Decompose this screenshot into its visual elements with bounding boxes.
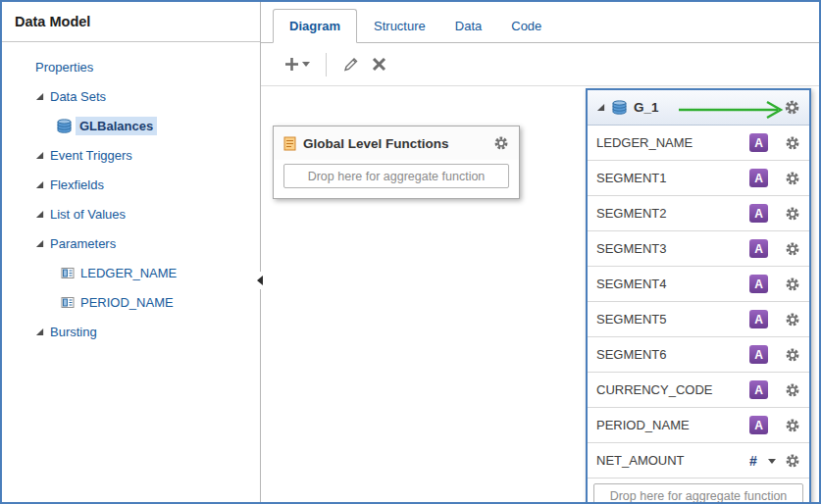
gear-icon[interactable] [784,99,800,116]
text-type-icon: A [749,310,768,328]
text-type-icon: A [749,204,768,223]
collapse-triangle-icon[interactable] [596,103,605,112]
sidebar-item-label: Event Triggers [50,148,132,163]
parameter-icon [61,267,75,279]
expand-triangle-icon[interactable] [35,328,44,336]
sidebar-item-list-of-values[interactable]: List of Values [2,199,260,228]
gear-icon[interactable] [493,135,509,151]
global-level-functions-box: Global Level Functions Drop here for agg… [273,126,520,199]
text-type-icon: A [749,275,768,293]
function-doc-icon [283,136,296,151]
sidebar-item-label: Properties [35,60,93,75]
field-name: SEGMENT2 [596,206,749,221]
g1-aggregate-drop-zone[interactable]: Drop here for aggregate function [593,483,803,502]
gear-icon[interactable] [785,171,800,186]
field-name: SEGMENT1 [596,171,749,185]
gear-icon[interactable] [785,135,800,151]
splitter-collapse-handle[interactable] [255,272,265,289]
sidebar-item-properties[interactable]: Properties [2,52,260,81]
diagram-canvas: Global Level Functions Drop here for agg… [261,86,819,502]
field-row-currency-code[interactable]: CURRENCY_CODE A [588,373,809,408]
tab-data[interactable]: Data [442,10,494,42]
data-model-editor-window: Data Model Properties Data Sets GLBalanc… [0,0,821,504]
delete-x-icon [372,57,386,72]
gear-icon[interactable] [785,382,800,398]
g1-header: G_1 [588,90,809,126]
tab-code[interactable]: Code [498,10,554,42]
number-type-icon: # [744,451,762,470]
pencil-icon [342,56,359,73]
field-row-segment4[interactable]: SEGMENT4 A [588,267,809,302]
global-level-functions-title: Global Level Functions [303,136,487,151]
text-type-icon: A [749,239,768,258]
field-name: SEGMENT6 [596,347,749,362]
field-row-segment1[interactable]: SEGMENT1 A [588,161,809,196]
field-name: SEGMENT3 [596,241,749,256]
sidebar-item-label: PERIOD_NAME [80,295,174,310]
text-type-icon: A [749,133,768,152]
sidebar-item-ledger-name[interactable]: LEDGER_NAME [2,258,260,287]
sidebar-item-label: GLBalances [76,117,157,135]
expand-triangle-icon[interactable] [35,239,44,248]
edit-dataset-button[interactable] [342,56,359,73]
delete-dataset-button[interactable] [372,57,386,72]
sidebar-item-event-triggers[interactable]: Event Triggers [2,140,260,170]
field-name: NET_AMOUNT [596,453,744,468]
field-row-net-amount[interactable]: NET_AMOUNT # [588,443,809,479]
global-aggregate-drop-zone[interactable]: Drop here for aggregate function [283,164,509,188]
add-dataset-button[interactable] [284,57,310,72]
sidebar-item-bursting[interactable]: Bursting [2,317,260,346]
expand-triangle-icon[interactable] [35,92,44,101]
sidebar-item-label: Parameters [50,236,116,251]
sidebar-item-label: Bursting [50,325,97,339]
tab-bar: Diagram Structure Data Code [261,2,819,43]
sidebar-item-label: Flexfields [50,177,104,192]
tab-diagram[interactable]: Diagram [273,9,357,43]
aggregate-dropdown-icon[interactable] [768,459,776,464]
gear-icon[interactable] [785,453,800,469]
field-name: SEGMENT4 [596,277,749,291]
g1-title: G_1 [634,100,777,115]
sidebar-item-label: Data Sets [50,89,106,104]
gear-icon[interactable] [785,206,800,222]
plus-icon [284,57,299,72]
dataset-cylinder-icon [612,100,627,115]
expand-triangle-icon[interactable] [35,151,44,160]
text-type-icon: A [749,169,768,187]
field-row-segment2[interactable]: SEGMENT2 A [588,196,809,231]
data-model-tree: Properties Data Sets GLBalances Event Tr… [2,42,260,346]
sidebar-item-label: List of Values [50,207,126,222]
field-name: LEDGER_NAME [596,135,749,150]
gear-icon[interactable] [785,241,800,257]
page-title: Data Model [2,2,260,42]
text-type-icon: A [749,380,768,399]
tab-structure[interactable]: Structure [361,10,438,42]
field-row-segment3[interactable]: SEGMENT3 A [588,231,809,267]
gear-icon[interactable] [785,312,800,328]
gear-icon[interactable] [785,277,800,292]
gear-icon[interactable] [785,347,800,363]
text-type-icon: A [749,416,768,434]
g1-dataset-panel: G_1 LEDGER_NAME A SEGMENT1 A SEGMENT2 A [586,88,811,502]
chevron-down-icon [302,62,310,67]
field-name: PERIOD_NAME [596,418,749,432]
field-row-period-name[interactable]: PERIOD_NAME A [588,408,809,443]
sidebar-item-flexfields[interactable]: Flexfields [2,170,260,199]
dataset-cylinder-icon [57,119,72,133]
sidebar-item-data-sets[interactable]: Data Sets [2,81,260,111]
expand-triangle-icon[interactable] [35,180,44,189]
gear-icon[interactable] [785,418,800,433]
sidebar-item-period-name[interactable]: PERIOD_NAME [2,287,260,317]
sidebar: Data Model Properties Data Sets GLBalanc… [2,2,261,502]
expand-triangle-icon[interactable] [35,210,44,219]
field-row-segment6[interactable]: SEGMENT6 A [588,337,809,373]
text-type-icon: A [749,345,768,364]
global-level-functions-header: Global Level Functions [274,126,519,160]
sidebar-item-parameters[interactable]: Parameters [2,228,260,258]
field-row-ledger-name[interactable]: LEDGER_NAME A [588,126,809,161]
parameter-icon [61,296,75,309]
diagram-toolbar [261,43,819,86]
field-name: SEGMENT5 [596,312,749,327]
field-row-segment5[interactable]: SEGMENT5 A [588,302,809,337]
sidebar-item-glbalances[interactable]: GLBalances [2,111,260,140]
